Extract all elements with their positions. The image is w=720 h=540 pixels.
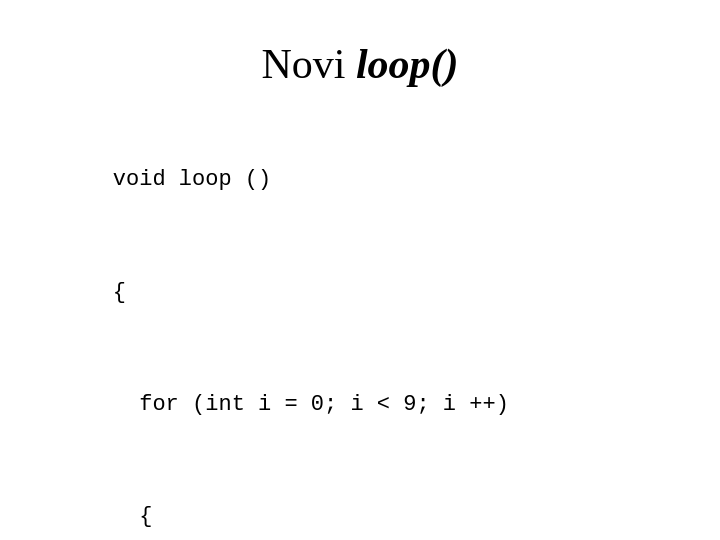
code-block: void loop () { for (int i = 0; i < 9; i … bbox=[60, 124, 509, 540]
page: Novi loop() void loop () { for (int i = … bbox=[0, 0, 720, 540]
page-title: Novi loop() bbox=[60, 40, 660, 88]
code-line-4: { bbox=[113, 504, 153, 529]
code-line-3: for (int i = 0; i < 9; i ++) bbox=[113, 392, 509, 417]
code-line-1: void loop () bbox=[113, 167, 271, 192]
code-line-2: { bbox=[113, 280, 126, 305]
title-prefix: Novi bbox=[261, 41, 356, 87]
title-italic: loop() bbox=[356, 41, 459, 87]
